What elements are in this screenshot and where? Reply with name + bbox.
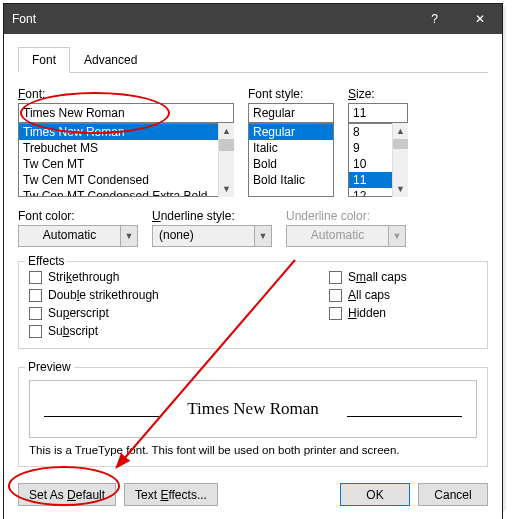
strikethrough-checkbox[interactable]: Strikethrough: [29, 270, 329, 284]
ok-button[interactable]: OK: [340, 483, 410, 506]
close-icon: ✕: [475, 12, 485, 26]
cancel-button[interactable]: Cancel: [418, 483, 488, 506]
effects-group: Effects Strikethrough Double strikethrou…: [18, 261, 488, 349]
help-button[interactable]: ?: [412, 4, 457, 34]
scroll-thumb[interactable]: [219, 139, 234, 151]
font-color-combo[interactable]: Automatic ▼: [18, 225, 138, 247]
scroll-down-icon[interactable]: ▼: [219, 181, 234, 197]
font-label: Font:: [18, 87, 234, 101]
double-strikethrough-checkbox[interactable]: Double strikethrough: [29, 288, 329, 302]
list-item[interactable]: Tw Cen MT: [19, 156, 233, 172]
underline-style-combo[interactable]: (none) ▼: [152, 225, 272, 247]
font-style-list[interactable]: Regular Italic Bold Bold Italic: [248, 123, 334, 197]
list-item[interactable]: Bold Italic: [249, 172, 333, 188]
window-title: Font: [4, 12, 412, 26]
list-item[interactable]: Italic: [249, 140, 333, 156]
font-dialog: Font ? ✕ Font Advanced Font: Times New R…: [3, 3, 503, 519]
set-as-default-button[interactable]: Set As Default: [18, 483, 116, 506]
list-item[interactable]: Tw Cen MT Condensed Extra Bold: [19, 188, 233, 197]
preview-group: Preview Times New Roman This is a TrueTy…: [18, 367, 488, 467]
font-style-input[interactable]: [248, 103, 334, 123]
scroll-up-icon[interactable]: ▲: [393, 123, 408, 139]
scroll-up-icon[interactable]: ▲: [219, 123, 234, 139]
chevron-down-icon: ▼: [388, 225, 406, 247]
close-button[interactable]: ✕: [457, 4, 502, 34]
preview-box: Times New Roman: [29, 380, 477, 438]
font-list[interactable]: Times New Roman Trebuchet MS Tw Cen MT T…: [18, 123, 234, 197]
scrollbar[interactable]: ▲ ▼: [218, 123, 234, 197]
chevron-down-icon[interactable]: ▼: [254, 225, 272, 247]
allcaps-checkbox[interactable]: All caps: [329, 288, 407, 302]
help-icon: ?: [431, 12, 438, 26]
titlebar: Font ? ✕: [4, 4, 502, 34]
size-input[interactable]: [348, 103, 408, 123]
effects-label: Effects: [25, 254, 67, 268]
underline-color-combo: Automatic ▼: [286, 225, 406, 247]
font-style-label: Font style:: [248, 87, 334, 101]
tab-strip: Font Advanced: [18, 46, 488, 73]
tab-advanced[interactable]: Advanced: [70, 47, 151, 73]
hidden-checkbox[interactable]: Hidden: [329, 306, 407, 320]
list-item[interactable]: Trebuchet MS: [19, 140, 233, 156]
smallcaps-checkbox[interactable]: Small caps: [329, 270, 407, 284]
size-label: Size:: [348, 87, 408, 101]
list-item[interactable]: Regular: [249, 124, 333, 140]
scroll-thumb[interactable]: [393, 139, 408, 149]
preview-hint: This is a TrueType font. This font will …: [29, 444, 477, 456]
preview-text: Times New Roman: [187, 399, 319, 419]
underline-color-label: Underline color:: [286, 209, 406, 223]
list-item[interactable]: Times New Roman: [19, 124, 233, 140]
chevron-down-icon[interactable]: ▼: [120, 225, 138, 247]
list-item[interactable]: Tw Cen MT Condensed: [19, 172, 233, 188]
scrollbar[interactable]: ▲ ▼: [392, 123, 408, 197]
text-effects-button[interactable]: Text Effects...: [124, 483, 218, 506]
scroll-down-icon[interactable]: ▼: [393, 181, 408, 197]
list-item[interactable]: Bold: [249, 156, 333, 172]
font-color-label: Font color:: [18, 209, 138, 223]
underline-style-label: Underline style:: [152, 209, 272, 223]
preview-label: Preview: [25, 360, 74, 374]
tab-font[interactable]: Font: [18, 47, 70, 73]
subscript-checkbox[interactable]: Subscript: [29, 324, 329, 338]
superscript-checkbox[interactable]: Superscript: [29, 306, 329, 320]
font-input[interactable]: [18, 103, 234, 123]
